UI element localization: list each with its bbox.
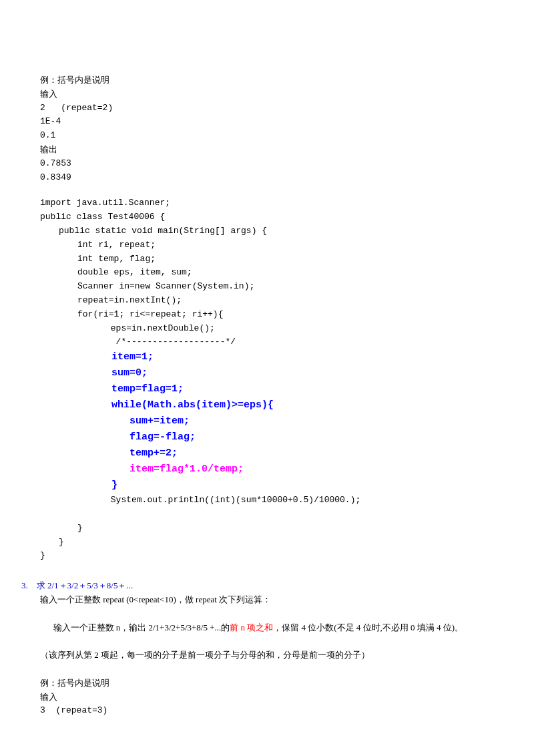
section-title: 求 2/1＋3/2＋5/3＋8/5＋... [37,580,133,590]
text-line: （该序列从第 2 项起，每一项的分子是前一项分子与分母的和，分母是前一项的分子） [40,648,494,663]
blank-line [40,508,494,522]
code-line: } [40,478,494,494]
text-line: 输出 [40,143,494,157]
code-line: public class Test40006 { [40,210,494,224]
blank-line [40,663,494,677]
code-line: Scanner in=new Scanner(System.in); [40,280,494,294]
code-line: while(Math.abs(item)>=eps){ [40,397,494,413]
text-red: 前 n 项之和 [230,622,273,632]
text-span: 输入一个正整数 n，输出 2/1+3/2+5/3+8/5 +...的 [53,622,230,632]
text-line: 0.8349 [40,171,494,185]
code-line: } [40,522,494,536]
code-line: int ri, repeat; [40,238,494,252]
text-line: 2 (repeat=2) [40,102,494,116]
section-body: 输入一个正整数 repeat (0<repeat<10)，做 repeat 次下… [40,593,494,718]
code-line: item=flag*1.0/temp; [40,461,494,478]
code-line: double eps, item, sum; [40,266,494,280]
text-span: ，保留 4 位小数(不足 4 位时,不必用 0 填满 4 位)。 [273,622,463,632]
text-line: 3 (repeat=3) [40,704,494,718]
code-block: import java.util.Scanner; public class T… [40,196,494,563]
text-line: 输入 [40,87,494,102]
code-line: } [40,549,494,563]
text-line: 0.1 [40,129,494,143]
section-number: 3. [21,580,28,590]
text-line: 1E-4 [40,115,494,129]
code-line: sum+=item; [40,413,494,429]
code-line: sum=0; [40,365,494,381]
code-line: flag=-flag; [40,429,494,445]
code-line: } [40,536,494,550]
text-line: 输入一个正整数 repeat (0<repeat<10)，做 repeat 次下… [40,593,494,607]
text-line: 输入一个正整数 n，输出 2/1+3/2+5/3+8/5 +...的前 n 项之… [40,607,494,648]
code-line: temp=flag=1; [40,381,494,397]
code-line: /*-------------------*/ [40,335,494,349]
text-line: 0.7853 [40,157,494,171]
code-line: System.out.println((int)(sum*10000+0.5)/… [40,494,494,508]
document-page: 例：括号内是说明 输入 2 (repeat=2) 1E-4 0.1 输出 0.7… [0,0,534,756]
code-line: for(ri=1; ri<=repeat; ri++){ [40,308,494,322]
section-header: 3. 求 2/1＋3/2＋5/3＋8/5＋... [21,579,494,593]
code-line: eps=in.nextDouble(); [40,322,494,336]
text-line: 例：括号内是说明 [40,677,494,691]
code-line: temp+=2; [40,445,494,461]
code-line: public static void main(String[] args) { [40,224,494,238]
code-line: repeat=in.nextInt(); [40,294,494,308]
code-line: int temp, flag; [40,252,494,266]
code-line: item=1; [40,349,494,365]
text-line: 输入 [40,691,494,705]
code-line: import java.util.Scanner; [40,196,494,210]
text-line: 例：括号内是说明 [40,73,494,87]
example-block: 例：括号内是说明 输入 2 (repeat=2) 1E-4 0.1 输出 0.7… [40,73,494,184]
